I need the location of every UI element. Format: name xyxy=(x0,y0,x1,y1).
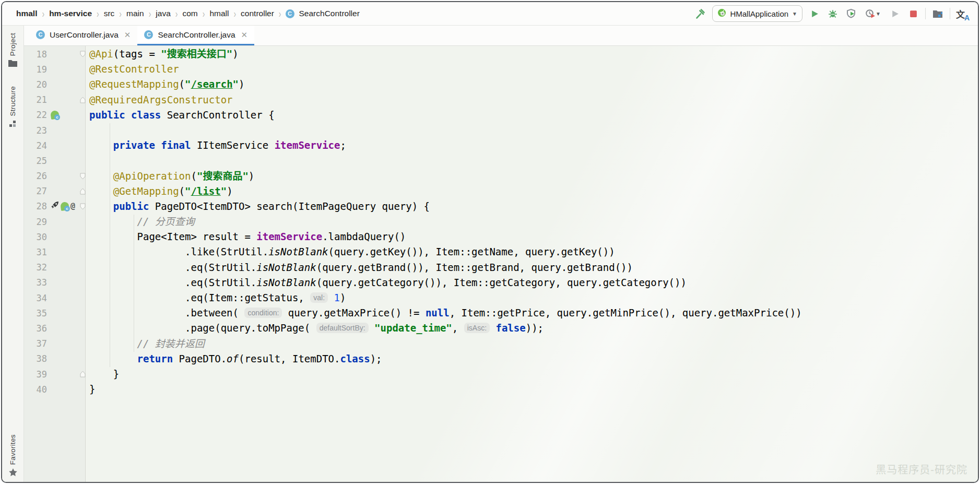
fold-marker-icon[interactable] xyxy=(78,97,88,103)
structure-icon xyxy=(9,120,17,129)
breadcrumb-class-name[interactable]: SearchController xyxy=(296,8,363,19)
code-editor[interactable]: 18@Api(tags = "搜索相关接口")19@RestController… xyxy=(24,46,978,482)
code-line-18: 18@Api(tags = "搜索相关接口") xyxy=(24,46,978,62)
translate-icon[interactable]: 文A xyxy=(956,7,971,20)
token-cm: // 分页查询 xyxy=(137,216,195,227)
token-kw: public class xyxy=(89,109,167,121)
code-text: .page(query.toMpPage( defaultSortBy: "up… xyxy=(88,321,544,336)
build-hammer-icon[interactable] xyxy=(694,7,706,20)
breadcrumb-bar: hmall›hm-service›src›main›java›com›hmall… xyxy=(2,2,978,26)
breadcrumb-separator-icon: › xyxy=(149,8,151,19)
line-number: 31 xyxy=(24,247,47,257)
code-text: @RequiredArgsConstructor xyxy=(88,92,233,108)
code-line-35: 35 .between( condition: query.getMaxPric… xyxy=(24,305,978,321)
chevron-down-icon: ▼ xyxy=(792,11,797,17)
token-ann: @Api xyxy=(89,48,113,60)
token-pl: , xyxy=(452,322,464,334)
breadcrumb-item-hmall[interactable]: hmall xyxy=(13,8,41,19)
code-text: public class SearchController { xyxy=(88,108,275,123)
watermark: 黑马程序员-研究院 xyxy=(876,462,967,477)
token-kw: public xyxy=(113,200,155,212)
tab-searchcontroller-java[interactable]: CSearchController.java✕ xyxy=(137,26,254,45)
spring-bean-icon[interactable]: c xyxy=(61,202,69,210)
code-line-27: 27 @GetMapping("/list") xyxy=(24,184,978,199)
code-line-34: 34 .eq(Item::getStatus, val: 1) xyxy=(24,290,978,305)
request-mapping-at-icon[interactable]: @ xyxy=(70,202,75,211)
token-pl: } xyxy=(89,383,95,395)
code-text: .eq(StrUtil.isNotBlank(query.getBrand())… xyxy=(88,260,633,275)
token-pl: (tags = xyxy=(113,48,161,60)
line-number: 37 xyxy=(24,338,47,349)
spring-bean-icon[interactable]: c xyxy=(51,111,59,119)
code-line-29: 29 // 分页查询 xyxy=(24,214,978,229)
run-icon[interactable] xyxy=(808,7,821,20)
breadcrumb-separator-icon: › xyxy=(233,8,236,19)
breadcrumb-item-java[interactable]: java xyxy=(152,8,174,19)
fold-marker-icon[interactable] xyxy=(78,371,88,377)
token-pl: .eq(Item::getStatus, xyxy=(89,292,310,303)
fold-marker-icon[interactable] xyxy=(78,188,88,195)
code-line-28: 28c@ public PageDTO<ItemDTO> search(Item… xyxy=(24,199,978,214)
token-st: isNotBlank xyxy=(256,277,316,288)
code-line-25: 25 xyxy=(24,153,978,168)
line-number: 19 xyxy=(24,64,47,75)
run-configuration-select[interactable]: HMallApplication ▼ xyxy=(712,5,802,22)
code-line-37: 37 // 封装并返回 xyxy=(24,336,978,351)
close-icon[interactable]: ✕ xyxy=(124,30,131,40)
breadcrumb-item-controller[interactable]: controller xyxy=(237,8,278,19)
fold-marker-icon[interactable] xyxy=(78,51,88,57)
run-configuration-name: HMallApplication xyxy=(730,9,788,18)
token-st: isNotBlank xyxy=(256,262,316,273)
fold-marker-icon[interactable] xyxy=(78,173,88,180)
code-text: // 分页查询 xyxy=(88,214,195,229)
profiler-icon[interactable]: ▼ xyxy=(863,7,883,20)
line-number: 36 xyxy=(24,323,47,334)
token-kw: private final xyxy=(113,139,197,151)
token-kw: return xyxy=(137,353,179,364)
tool-window-button-structure[interactable]: Structure xyxy=(9,86,17,129)
token-pl: ) xyxy=(249,170,254,182)
breadcrumb-separator-icon: › xyxy=(175,8,178,19)
code-line-20: 20@RequestMapping("/search") xyxy=(24,77,978,92)
editor-tabs: CUserController.java✕CSearchController.j… xyxy=(24,26,978,46)
token-pl: Page<Item> result = xyxy=(89,231,256,242)
ide-window: hmall›hm-service›src›main›java›com›hmall… xyxy=(1,1,979,483)
breadcrumb-item-src[interactable]: src xyxy=(100,8,119,19)
gutter-icons: c xyxy=(47,111,78,119)
code-text: .eq(StrUtil.isNotBlank(query.getCategory… xyxy=(88,275,687,290)
breadcrumb-separator-icon: › xyxy=(203,8,205,19)
fold-marker-icon[interactable] xyxy=(78,203,88,210)
line-number: 21 xyxy=(24,95,47,105)
token-pl: .eq(StrUtil. xyxy=(89,277,256,288)
token-str: " xyxy=(233,78,239,90)
run-with-coverage-icon[interactable] xyxy=(845,7,857,20)
token-pl: query.getMaxPrice() != xyxy=(282,307,426,318)
breadcrumb-item-main[interactable]: main xyxy=(123,8,148,19)
toolbar-separator xyxy=(950,8,950,19)
breadcrumb-item-hm-service[interactable]: hm-service xyxy=(45,8,96,19)
tab-usercontroller-java[interactable]: CUserController.java✕ xyxy=(29,26,137,45)
code-line-24: 24 private final IItemService itemServic… xyxy=(24,138,978,153)
token-pl: .between( xyxy=(89,307,244,318)
token-st: of xyxy=(227,353,239,364)
stop-icon[interactable] xyxy=(907,7,919,20)
token-pl: (query.getKey()), Item::getName, query.g… xyxy=(328,246,615,257)
breadcrumb-item-com[interactable]: com xyxy=(179,8,201,19)
run-toolbar: HMallApplication ▼ ▼ xyxy=(694,5,971,22)
breadcrumb-item-hmall[interactable]: hmall xyxy=(206,8,232,19)
close-icon[interactable]: ✕ xyxy=(241,30,248,40)
token-pl xyxy=(89,353,137,364)
token-pl: ); xyxy=(370,353,382,364)
tool-window-button-favorites[interactable]: Favorites xyxy=(9,434,17,478)
line-number: 25 xyxy=(24,156,47,166)
token-pl: ( xyxy=(191,170,196,182)
debug-icon[interactable] xyxy=(826,7,839,20)
token-strlink: /search xyxy=(191,78,233,90)
token-ann: @RequiredArgsConstructor xyxy=(89,94,233,105)
token-field: itemService xyxy=(275,139,340,151)
run-http-rocket-icon[interactable] xyxy=(51,201,59,211)
code-line-36: 36 .page(query.toMpPage( defaultSortBy: … xyxy=(24,321,978,336)
tool-window-button-project[interactable]: Project xyxy=(8,33,17,68)
token-pl: .page(query.toMpPage( xyxy=(89,322,316,334)
project-structure-icon[interactable] xyxy=(931,7,944,20)
